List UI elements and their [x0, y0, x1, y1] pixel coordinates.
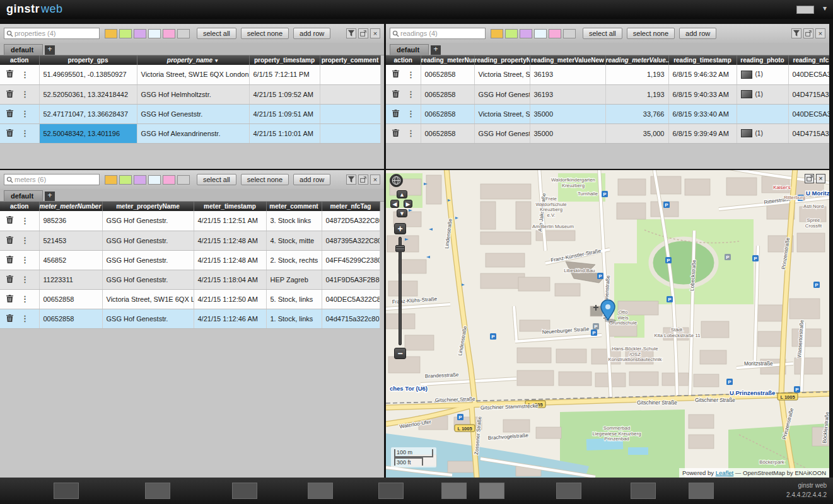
column-header[interactable]: reading_photo	[737, 55, 788, 65]
table-cell[interactable]: GSG Hof Geneststr.	[137, 104, 249, 123]
table-cell[interactable]: 00652858	[421, 123, 474, 143]
table-cell[interactable]: GSG Hof Geneststr.	[102, 231, 194, 250]
column-header[interactable]: property_comment	[320, 55, 380, 65]
color-swatch[interactable]	[119, 175, 132, 185]
row-menu-icon[interactable]: ⋮	[21, 314, 29, 323]
table-cell[interactable]: Victoria Street, SW1E 6QX London	[137, 65, 249, 84]
delete-row-icon[interactable]	[392, 129, 399, 138]
table-cell[interactable]: 6/8/15 9:39:49 AM	[668, 123, 737, 143]
tab-default[interactable]: default	[390, 44, 429, 55]
table-row[interactable]: ⋮521453GSG Hof Geneststr.4/21/15 1:12:48…	[0, 231, 380, 250]
maximize-map-icon[interactable]	[805, 174, 814, 183]
table-cell[interactable]: 33,766	[605, 104, 668, 123]
table-row[interactable]: ⋮52.47171047, 13.36628437GSG Hof Genests…	[0, 104, 380, 123]
table-cell[interactable]: 04FF45299C2380	[322, 250, 380, 270]
select-none-button[interactable]: select none	[627, 28, 675, 39]
table-cell[interactable]: 4/21/15 1:12:51 AM	[194, 211, 266, 231]
color-swatch[interactable]	[134, 29, 146, 38]
delete-row-icon[interactable]	[392, 70, 399, 79]
row-menu-icon[interactable]: ⋮	[407, 109, 415, 118]
table-cell[interactable]: 2. Stock, rechts	[266, 250, 322, 270]
taskbar-item[interactable]	[479, 483, 504, 499]
table-cell[interactable]: 3. Stock links	[266, 211, 322, 231]
color-swatch[interactable]	[148, 175, 161, 185]
table-row[interactable]: ⋮00652858Victoria Street, SW1...3500033,…	[386, 104, 829, 123]
column-header[interactable]: action	[386, 55, 421, 65]
color-swatch[interactable]	[119, 29, 132, 38]
table-cell[interactable]: 52.50048342, 13.401196	[39, 123, 137, 143]
color-swatch[interactable]	[163, 175, 175, 185]
column-header[interactable]: reading_propertyN...	[474, 55, 530, 65]
column-header[interactable]: meter_nfcTag	[322, 202, 380, 211]
table-cell[interactable]: GSG Hof Geneststr.	[102, 270, 194, 289]
table-cell[interactable]: 6/8/15 9:40:33 AM	[668, 84, 737, 104]
table-cell[interactable]: 1. Stock, links	[266, 309, 322, 328]
table-cell[interactable]	[320, 84, 380, 104]
table-cell[interactable]: 00652858	[421, 84, 474, 104]
table-cell[interactable]: 52.52050361, 13.32418442	[39, 84, 137, 104]
filter-icon[interactable]	[346, 175, 356, 185]
taskbar-item[interactable]	[145, 483, 170, 499]
add-row-button[interactable]: add row	[293, 174, 330, 185]
filter-icon[interactable]	[346, 28, 356, 38]
table-cell[interactable]: 6/1/15 7:12:11 PM	[249, 65, 320, 84]
table-row[interactable]: ⋮00652858GSG Hof Geneststr.3500035,0006/…	[386, 123, 829, 143]
row-menu-icon[interactable]: ⋮	[21, 236, 29, 245]
table-row[interactable]: ⋮52.52050361, 13.32418442GSG Hof Helmhol…	[0, 84, 380, 104]
table-row[interactable]: ⋮00652858GSG Hof Geneststr.4/21/15 1:12:…	[0, 309, 380, 328]
table-cell[interactable]: GSG Hof Alexandrinenstr.	[137, 123, 249, 143]
column-header[interactable]: meter_propertyName	[102, 202, 194, 211]
color-swatch[interactable]	[563, 29, 576, 38]
table-cell[interactable]: 04D4715A322...	[788, 84, 829, 104]
table-cell[interactable]: GSG Hof Geneststr.	[102, 250, 194, 270]
table-cell[interactable]: 5. Stock, links	[266, 289, 322, 309]
color-swatch[interactable]	[177, 175, 190, 185]
delete-row-icon[interactable]	[6, 70, 13, 79]
maximize-panel-icon[interactable]	[358, 28, 368, 38]
row-menu-icon[interactable]: ⋮	[21, 275, 29, 284]
select-all-button[interactable]: select all	[197, 174, 236, 185]
zoom-slider-track[interactable]	[399, 237, 402, 345]
table-cell[interactable]: 521453	[39, 231, 102, 250]
close-panel-icon[interactable]: ×	[370, 175, 380, 185]
table-cell[interactable]: 4/21/15 1:09:51 AM	[249, 104, 320, 123]
table-cell[interactable]	[737, 104, 788, 123]
table-cell[interactable]: 6/8/15 9:33:40 AM	[668, 104, 737, 123]
table-cell[interactable]: 4. Stock, mitte	[266, 231, 322, 250]
table-cell[interactable]: 4/21/15 1:12:50 AM	[194, 289, 266, 309]
select-none-button[interactable]: select none	[241, 174, 289, 185]
table-cell[interactable]: 11223311	[39, 270, 102, 289]
table-cell[interactable]: Victoria Street, SW1...	[474, 65, 530, 84]
search-input[interactable]	[15, 176, 93, 183]
table-cell[interactable]: 52.47171047, 13.36628437	[39, 104, 137, 123]
pan-up-button[interactable]: ▲	[397, 190, 407, 198]
table-row[interactable]: ⋮52.50048342, 13.401196GSG Hof Alexandri…	[0, 123, 380, 143]
row-menu-icon[interactable]: ⋮	[21, 294, 29, 304]
zoom-slider-handle[interactable]	[395, 245, 405, 252]
column-header[interactable]: reading_meterNum...	[421, 55, 474, 65]
add-tab-button[interactable]: +	[431, 45, 441, 55]
table-cell[interactable]: GSG Hof Geneststr.	[474, 123, 530, 143]
column-header[interactable]: property_gps	[39, 55, 137, 65]
table-cell[interactable]: 04d4715a322c80	[322, 309, 380, 328]
column-header[interactable]: meter_comment	[266, 202, 322, 211]
row-menu-icon[interactable]: ⋮	[21, 255, 29, 265]
table-cell[interactable]: 00652858	[39, 309, 102, 328]
table-cell[interactable]: 00652858	[421, 104, 474, 123]
table-cell[interactable]: 04D4715A322...	[788, 123, 829, 143]
table-cell[interactable]: 4/21/15 1:12:48 AM	[194, 231, 266, 250]
table-cell[interactable]: 4/21/15 1:10:01 AM	[249, 123, 320, 143]
table-cell[interactable]: (1)	[737, 84, 788, 104]
photo-thumbnail[interactable]	[741, 129, 752, 137]
delete-row-icon[interactable]	[6, 295, 13, 304]
table-cell[interactable]	[320, 65, 380, 84]
table-cell[interactable]: 040DEC5A322...	[788, 104, 829, 123]
table-cell[interactable]: 35000	[530, 123, 605, 143]
tab-default[interactable]: default	[4, 190, 43, 201]
column-header[interactable]: reading_meterValue...	[605, 55, 668, 65]
color-swatch[interactable]	[520, 29, 532, 38]
table-cell[interactable]	[320, 104, 380, 123]
table-row[interactable]: ⋮00652858Victoria Street, SW1E 6QX Londo…	[0, 289, 380, 309]
table-cell[interactable]: GSG Hof Geneststr.	[102, 211, 194, 231]
taskbar-item[interactable]	[308, 483, 333, 499]
